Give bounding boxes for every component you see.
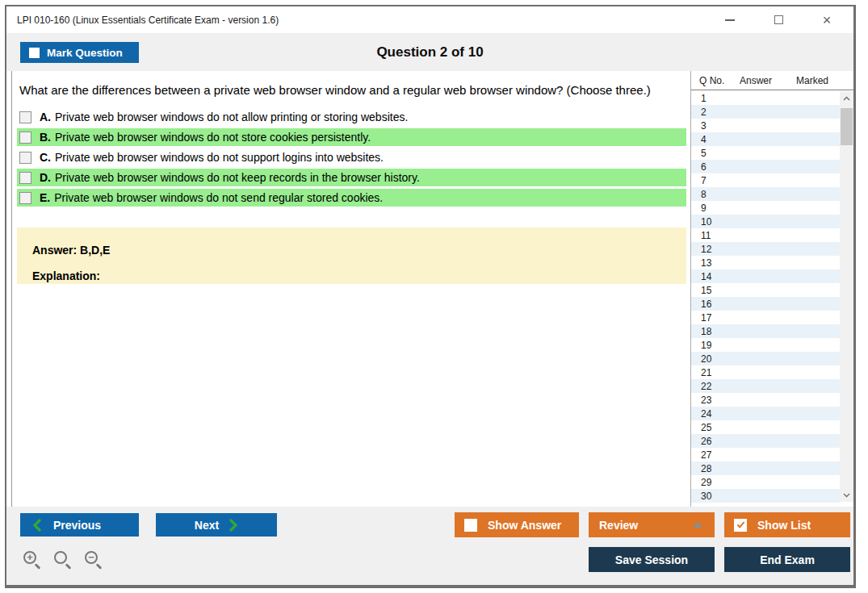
scroll-up-button[interactable] [840,91,853,105]
question-list-row[interactable]: 16 [691,297,840,311]
question-list-panel: Q No. Answer Marked 1 2 3 4 5 6 7 [690,71,853,507]
end-exam-button[interactable]: End Exam [724,547,850,572]
option-letter: B. [40,131,51,144]
question-list-row[interactable]: 22 [691,379,840,393]
question-list-row[interactable]: 7 [691,173,840,187]
row-question-number: 11 [691,230,738,241]
option-letter: C. [40,151,51,164]
question-list-row[interactable]: 25 [691,420,840,434]
question-list-row[interactable]: 8 [691,187,840,201]
question-list-row[interactable]: 6 [691,160,840,173]
row-question-number: 26 [691,436,738,447]
row-question-number: 7 [691,175,738,186]
next-button[interactable]: Next [156,513,277,537]
row-question-number: 16 [691,299,738,310]
option-row[interactable]: C. Private web browser windows do not su… [17,148,686,166]
row-question-number: 3 [691,120,738,132]
question-list-row[interactable]: 17 [691,311,840,324]
question-list-row[interactable]: 4 [691,132,840,146]
chevron-left-icon [32,519,41,532]
question-list-row[interactable]: 10 [691,215,840,228]
question-list-row[interactable]: 2 [691,105,840,119]
save-session-label: Save Session [615,553,688,566]
row-question-number: 28 [691,463,738,474]
question-list-row[interactable]: 30 [691,489,840,503]
close-icon: × [823,13,832,27]
question-list-row[interactable]: 9 [691,201,840,215]
scrollbar-thumb[interactable] [841,108,853,145]
minimize-icon [725,19,735,21]
zoom-in-button[interactable]: + [23,550,43,570]
header-strip: Mark Question Question 2 of 10 [6,33,853,71]
column-marked: Marked [796,75,845,86]
question-list-scrollbar[interactable] [840,91,853,502]
show-answer-label: Show Answer [488,519,561,532]
show-answer-checkbox[interactable] [464,519,477,532]
chevron-right-icon [229,519,238,532]
question-list-row[interactable]: 1 [691,91,840,105]
option-checkbox[interactable] [19,172,31,184]
magnifier-icon [54,551,67,564]
question-list-row[interactable]: 24 [691,407,840,420]
check-icon [736,520,744,528]
question-list-row[interactable]: 21 [691,365,840,379]
option-letter: A. [40,111,51,123]
maximize-button[interactable] [769,11,787,29]
review-dropdown-button[interactable]: Review [589,512,715,537]
question-list-row[interactable]: 20 [691,352,840,365]
question-list-row[interactable]: 19 [691,338,840,352]
option-row[interactable]: B. Private web browser windows do not st… [17,128,686,146]
caret-up-icon [693,522,702,528]
show-list-button[interactable]: Show List [724,512,850,537]
scroll-down-button[interactable] [840,488,853,502]
option-text: Private web browser windows do not keep … [55,171,420,184]
close-button[interactable]: × [818,11,836,29]
row-question-number: 30 [691,491,738,502]
row-question-number: 13 [691,257,738,269]
row-question-number: 29 [691,477,738,488]
option-checkbox[interactable] [19,152,31,164]
show-answer-button[interactable]: Show Answer [455,512,579,537]
option-letter: D. [40,171,51,184]
option-text: Private web browser windows do not suppo… [55,151,384,164]
question-list-row[interactable]: 27 [691,448,840,461]
next-label: Next [195,519,219,532]
row-question-number: 4 [691,134,738,145]
question-list-row[interactable]: 5 [691,146,840,160]
row-question-number: 12 [691,244,738,255]
question-list-row[interactable]: 13 [691,256,840,269]
option-row[interactable]: D. Private web browser windows do not ke… [17,169,686,186]
option-checkbox[interactable] [19,132,31,144]
question-list-row[interactable]: 11 [691,228,840,242]
row-question-number: 17 [691,312,738,324]
question-list-row[interactable]: 15 [691,283,840,297]
question-list-row[interactable]: 18 [691,324,840,338]
option-checkbox[interactable] [19,111,31,123]
show-list-checkbox[interactable] [734,519,747,532]
question-list-row[interactable]: 12 [691,242,840,256]
question-text: What are the differences between a priva… [19,83,686,97]
zoom-out-button[interactable]: − [84,550,104,570]
save-session-button[interactable]: Save Session [589,547,715,572]
question-list-row[interactable]: 14 [691,269,840,283]
option-checkbox[interactable] [19,192,31,204]
option-row[interactable]: E. Private web browser windows do not se… [17,189,686,207]
question-list-row[interactable]: 28 [691,461,840,475]
question-list-header: Q No. Answer Marked [691,71,853,90]
question-list-row[interactable]: 29 [691,475,840,489]
footer-bar: Previous Next Show Answer Review Show Li… [6,507,853,585]
question-list-row[interactable]: 23 [691,393,840,407]
question-list-row[interactable]: 26 [691,434,840,448]
minimize-button[interactable] [721,11,739,29]
column-qno: Q No. [691,75,740,86]
row-question-number: 21 [691,367,738,378]
magnifier-handle [65,563,72,570]
option-text: Private web browser windows do not send … [54,191,383,204]
row-question-number: 19 [691,340,738,351]
previous-button[interactable]: Previous [20,513,139,537]
option-row[interactable]: A. Private web browser windows do not al… [17,108,686,126]
answer-text: Answer: B,D,E [32,244,686,257]
zoom-reset-button[interactable] [53,550,73,570]
row-question-number: 14 [691,271,738,282]
question-list-row[interactable]: 3 [691,119,840,132]
